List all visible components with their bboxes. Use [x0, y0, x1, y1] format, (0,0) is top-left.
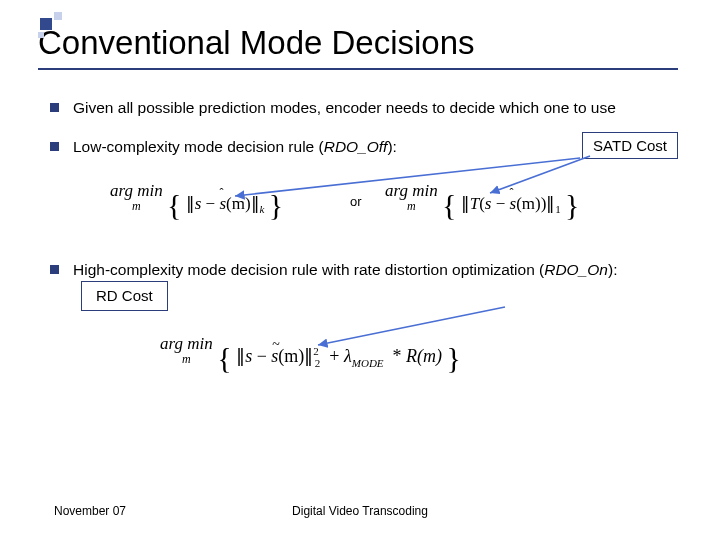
bullet-icon — [50, 142, 59, 151]
title-bar: Conventional Mode Decisions — [38, 24, 700, 70]
slide-title: Conventional Mode Decisions — [38, 24, 700, 62]
formula-row-1: arg minm { ‖s − ˆs(m)‖k } or arg minm { … — [50, 176, 690, 246]
bullet-icon — [50, 265, 59, 274]
formula-row-2: arg minm { ‖s − ~s(m)‖22 + λMODE * R(m) … — [50, 329, 690, 399]
bullet-3-suffix: ): — [608, 261, 617, 278]
formula-rdo: arg minm { ‖s − ~s(m)‖22 + λMODE * R(m) … — [160, 335, 461, 369]
or-label: or — [350, 194, 362, 209]
formula-satd: arg minm { ‖T(s − ˆs(m))‖1 } — [385, 182, 580, 216]
rd-cost-label: RD Cost — [81, 281, 168, 311]
bullet-3-em: RDO_On — [544, 261, 608, 278]
formula-sad: arg minm { ‖s − ˆs(m)‖k } — [110, 182, 283, 216]
bullet-3-prefix: High-complexity mode decision rule with … — [73, 261, 544, 278]
bullet-1: Given all possible prediction modes, enc… — [50, 98, 690, 119]
bullet-icon — [50, 103, 59, 112]
title-decoration — [38, 12, 78, 52]
title-underline — [38, 68, 678, 70]
footer-center: Digital Video Transcoding — [0, 504, 720, 518]
slide-body: Given all possible prediction modes, enc… — [50, 98, 690, 399]
bullet-1-text: Given all possible prediction modes, enc… — [73, 98, 616, 119]
